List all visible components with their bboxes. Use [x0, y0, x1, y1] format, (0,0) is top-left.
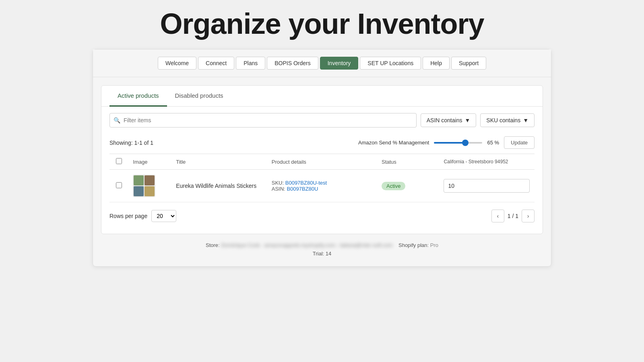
prev-page-button[interactable]: ‹	[491, 210, 504, 222]
row-title-cell: Eureka Wildlife Animals Stickers	[171, 170, 267, 202]
location-header-text: California - Streetsboro 94952	[444, 159, 508, 165]
image-quadrant-3	[134, 186, 144, 196]
row-location-cell	[439, 170, 535, 202]
asin-row: ASIN: B0097BZ80U	[272, 186, 372, 192]
store-label: Store	[206, 242, 218, 248]
location-column-header: California - Streetsboro 94952	[439, 154, 535, 170]
management-section: Amazon Send % Management 65 % Update	[358, 136, 535, 149]
image-column-header: Image	[128, 154, 171, 170]
hero-title: Organize your Inventory	[160, 7, 484, 40]
trial-value: 14	[326, 251, 331, 257]
select-all-checkbox[interactable]	[116, 158, 122, 164]
products-table: Image Title Product details Status Calif	[109, 154, 535, 202]
update-button[interactable]: Update	[504, 136, 535, 149]
table-row: Eureka Wildlife Animals Stickers SKU: B0…	[109, 170, 535, 202]
image-quadrant-4	[144, 186, 155, 196]
sku-filter-button[interactable]: SKU contains ▼	[480, 113, 535, 127]
tabs: Active products Disabled products	[101, 86, 543, 107]
nav-welcome[interactable]: Welcome	[158, 57, 196, 70]
rows-per-page-section: Rows per page 10 20 50 100	[109, 210, 176, 222]
page-controls: ‹ 1 / 1 ›	[491, 210, 535, 222]
row-status-cell: Active	[377, 170, 439, 202]
tab-active-products[interactable]: Active products	[109, 86, 167, 107]
sku-asin-details: SKU: B0097BZ80U-test ASIN: B0097BZ80U	[272, 180, 372, 192]
image-quadrant-2	[144, 175, 155, 185]
product-image	[133, 175, 155, 197]
nav-support[interactable]: Support	[451, 57, 486, 70]
status-badge: Active	[382, 182, 405, 190]
trial-label: Trial	[313, 251, 323, 257]
location-quantity-input[interactable]	[444, 179, 530, 193]
plan-label: Shopify plan	[398, 242, 427, 248]
row-checkbox-cell	[109, 170, 128, 202]
search-wrapper: 🔍	[109, 113, 417, 128]
nav-setup-locations[interactable]: SET UP Locations	[360, 57, 421, 70]
sku-filter-chevron-icon: ▼	[523, 117, 528, 123]
details-column-header: Product details	[267, 154, 377, 170]
rows-per-page-select[interactable]: 10 20 50 100	[151, 210, 176, 222]
search-icon: 🔍	[114, 117, 120, 123]
asin-filter-button[interactable]: ASIN contains ▼	[421, 113, 477, 127]
pagination-row: Rows per page 10 20 50 100 ‹ 1 / 1 ›	[101, 202, 543, 224]
sku-row: SKU: B0097BZ80U-test	[272, 180, 372, 186]
tab-disabled-products[interactable]: Disabled products	[167, 86, 231, 107]
sku-value-link[interactable]: B0097BZ80U-test	[285, 180, 327, 186]
select-all-header	[109, 154, 128, 170]
nav-bopis-orders[interactable]: BOPIS Orders	[267, 57, 318, 70]
table-wrap: Image Title Product details Status Calif	[101, 154, 543, 202]
nav-help[interactable]: Help	[423, 57, 450, 70]
asin-filter-label: ASIN contains	[427, 117, 462, 123]
image-quadrant-1	[134, 175, 144, 185]
showing-text: Showing: 1-1 of 1	[109, 140, 153, 146]
filter-row: 🔍 ASIN contains ▼ SKU contains ▼	[101, 107, 543, 134]
footer-store-row: Store: Dominique Cook - amazonappreb.mys…	[101, 242, 543, 248]
nav-inventory[interactable]: Inventory	[320, 57, 359, 70]
footer-trial-row: Trial: 14	[101, 251, 543, 257]
nav-bar: Welcome Connect Plans BOPIS Orders Inven…	[93, 49, 551, 77]
row-image-cell	[128, 170, 171, 202]
product-image-grid	[134, 175, 155, 196]
nav-plans[interactable]: Plans	[236, 57, 265, 70]
title-column-header: Title	[171, 154, 267, 170]
footer: Store: Dominique Cook - amazonappreb.mys…	[93, 242, 551, 257]
store-value: Dominique Cook - amazonappreb.myshopify.…	[221, 242, 392, 248]
sku-label: SKU:	[272, 180, 284, 186]
slider-wrap	[434, 142, 482, 144]
search-input[interactable]	[109, 113, 417, 128]
amazon-send-slider[interactable]	[434, 142, 482, 144]
asin-value-link[interactable]: B0097BZ80U	[287, 186, 318, 192]
row-details-cell: SKU: B0097BZ80U-test ASIN: B0097BZ80U	[267, 170, 377, 202]
status-column-header: Status	[377, 154, 439, 170]
row-checkbox[interactable]	[116, 182, 122, 188]
slider-thumb[interactable]	[462, 140, 469, 146]
asin-label: ASIN:	[272, 186, 285, 192]
asin-filter-chevron-icon: ▼	[464, 117, 470, 123]
nav-connect[interactable]: Connect	[198, 57, 234, 70]
management-label: Amazon Send % Management	[358, 140, 429, 146]
product-title: Eureka Wildlife Animals Stickers	[176, 183, 256, 189]
page-info: 1 / 1	[508, 213, 518, 219]
rows-per-page-label: Rows per page	[109, 213, 147, 219]
plan-value: Pro	[430, 242, 438, 248]
showing-row: Showing: 1-1 of 1 Amazon Send % Manageme…	[101, 134, 543, 154]
app-container: Welcome Connect Plans BOPIS Orders Inven…	[93, 49, 551, 267]
slider-percentage: 65 %	[487, 140, 499, 146]
next-page-button[interactable]: ›	[522, 210, 535, 222]
content-area: Active products Disabled products 🔍 ASIN…	[101, 85, 543, 234]
sku-filter-label: SKU contains	[486, 117, 520, 123]
